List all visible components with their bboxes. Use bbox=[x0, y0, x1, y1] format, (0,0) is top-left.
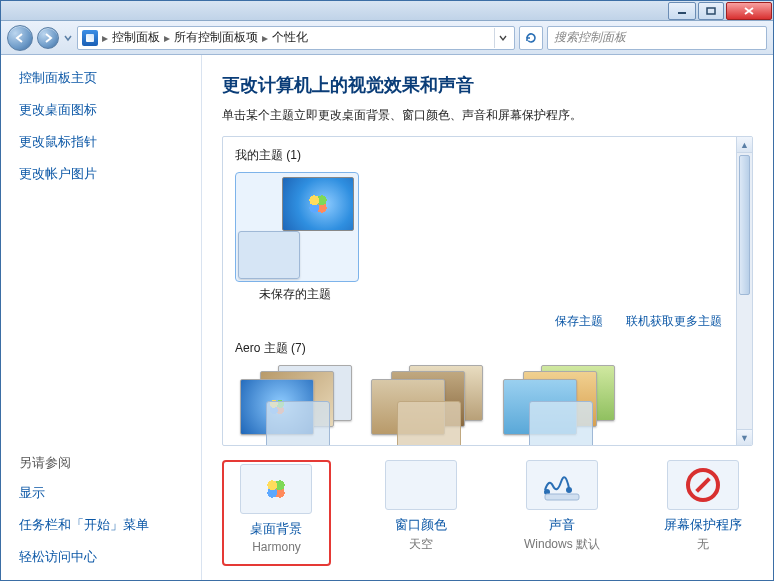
search-placeholder: 搜索控制面板 bbox=[554, 29, 626, 46]
theme-thumb bbox=[371, 365, 481, 446]
none-icon bbox=[686, 468, 720, 502]
arrow-right-icon bbox=[43, 33, 53, 43]
svg-point-3 bbox=[566, 487, 572, 493]
scroll-up-button[interactable]: ▲ bbox=[737, 137, 752, 153]
my-themes-label: 我的主题 (1) bbox=[235, 147, 740, 164]
aero-themes-label: Aero 主题 (7) bbox=[235, 340, 740, 357]
tile-sub: Harmony bbox=[224, 540, 329, 554]
breadcrumb-sep: ▸ bbox=[262, 31, 268, 45]
tile-title: 窗口颜色 bbox=[371, 516, 472, 534]
tile-screen-saver[interactable]: 屏幕保护程序 无 bbox=[652, 460, 753, 566]
close-button[interactable] bbox=[726, 2, 772, 20]
tile-window-color[interactable]: 窗口颜色 天空 bbox=[371, 460, 472, 566]
sidebar-link-mouse-pointers[interactable]: 更改鼠标指针 bbox=[19, 133, 201, 151]
search-input[interactable]: 搜索控制面板 bbox=[547, 26, 767, 50]
sidebar-link-display[interactable]: 显示 bbox=[19, 484, 201, 502]
sidebar-link-account-picture[interactable]: 更改帐户图片 bbox=[19, 165, 201, 183]
sidebar-link-ease-of-access[interactable]: 轻松访问中心 bbox=[19, 548, 201, 566]
themes-scrollbar[interactable]: ▲ ▼ bbox=[736, 137, 752, 445]
tile-sounds[interactable]: 声音 Windows 默认 bbox=[512, 460, 613, 566]
theme-unsaved[interactable]: 未保存的主题 bbox=[235, 172, 355, 303]
theme-thumb bbox=[503, 365, 613, 446]
window-titlebar bbox=[1, 1, 773, 21]
sounds-icon bbox=[526, 460, 598, 510]
breadcrumb-seg-2[interactable]: 所有控制面板项 bbox=[174, 29, 258, 46]
sidebar-link-cp-home[interactable]: 控制面板主页 bbox=[19, 69, 201, 87]
maximize-icon bbox=[706, 7, 716, 15]
breadcrumb-sep: ▸ bbox=[164, 31, 170, 45]
breadcrumb-seg-1[interactable]: 控制面板 bbox=[112, 29, 160, 46]
page-title: 更改计算机上的视觉效果和声音 bbox=[222, 73, 753, 97]
get-more-themes-link[interactable]: 联机获取更多主题 bbox=[626, 314, 722, 328]
sidebar-link-taskbar-start[interactable]: 任务栏和「开始」菜单 bbox=[19, 516, 201, 534]
sidebar-see-also-heading: 另请参阅 bbox=[19, 454, 201, 472]
tile-title: 桌面背景 bbox=[224, 520, 329, 538]
wallpaper-icon bbox=[282, 177, 354, 231]
content-area: 更改计算机上的视觉效果和声音 单击某个主题立即更改桌面背景、窗口颜色、声音和屏幕… bbox=[202, 55, 773, 580]
breadcrumb-sep: ▸ bbox=[102, 31, 108, 45]
desktop-background-icon bbox=[240, 464, 312, 514]
sidebar: 控制面板主页 更改桌面图标 更改鼠标指针 更改帐户图片 另请参阅 显示 任务栏和… bbox=[1, 55, 201, 580]
tile-desktop-background[interactable]: 桌面背景 Harmony bbox=[222, 460, 331, 566]
close-icon bbox=[744, 7, 754, 15]
scroll-down-button[interactable]: ▼ bbox=[737, 429, 752, 445]
page-subtitle: 单击某个主题立即更改桌面背景、窗口颜色、声音和屏幕保护程序。 bbox=[222, 107, 753, 124]
sidebar-link-desktop-icons[interactable]: 更改桌面图标 bbox=[19, 101, 201, 119]
theme-caption: 未保存的主题 bbox=[235, 286, 355, 303]
history-dropdown-icon[interactable] bbox=[63, 31, 73, 45]
themes-panel: ▲ ▼ 我的主题 (1) 未保存的主题 保存主题 联机获取更多主题 Aero 主… bbox=[222, 136, 753, 446]
breadcrumb-seg-3[interactable]: 个性化 bbox=[272, 29, 308, 46]
address-bar[interactable]: ▸ 控制面板 ▸ 所有控制面板项 ▸ 个性化 bbox=[77, 26, 515, 50]
tile-sub: 无 bbox=[652, 536, 753, 553]
explorer-toolbar: ▸ 控制面板 ▸ 所有控制面板项 ▸ 个性化 搜索控制面板 bbox=[1, 21, 773, 55]
tile-sub: 天空 bbox=[371, 536, 472, 553]
save-theme-link[interactable]: 保存主题 bbox=[555, 314, 603, 328]
refresh-icon bbox=[524, 31, 538, 45]
tile-sub: Windows 默认 bbox=[512, 536, 613, 553]
svg-rect-0 bbox=[678, 12, 686, 14]
theme-windows7[interactable]: Windows 7 bbox=[235, 365, 355, 446]
tile-title: 声音 bbox=[512, 516, 613, 534]
scroll-thumb[interactable] bbox=[739, 155, 750, 295]
window-color-icon bbox=[385, 460, 457, 510]
maximize-button[interactable] bbox=[698, 2, 724, 20]
aero-glass-icon bbox=[238, 231, 300, 279]
back-button[interactable] bbox=[7, 25, 33, 51]
theme-architecture[interactable]: 建筑 bbox=[366, 365, 486, 446]
svg-rect-1 bbox=[707, 8, 715, 14]
chevron-down-icon bbox=[499, 34, 507, 42]
address-dropdown[interactable] bbox=[494, 28, 510, 48]
tile-title: 屏幕保护程序 bbox=[652, 516, 753, 534]
theme-characters[interactable]: 人物 bbox=[498, 365, 618, 446]
minimize-button[interactable] bbox=[668, 2, 696, 20]
minimize-icon bbox=[677, 7, 687, 15]
personalization-tiles: 桌面背景 Harmony 窗口颜色 天空 声音 Windows bbox=[222, 460, 753, 566]
screen-saver-icon bbox=[667, 460, 739, 510]
control-panel-icon bbox=[82, 30, 98, 46]
forward-button[interactable] bbox=[37, 27, 59, 49]
arrow-left-icon bbox=[14, 32, 26, 44]
svg-rect-4 bbox=[545, 494, 579, 500]
theme-thumb bbox=[235, 172, 359, 282]
refresh-button[interactable] bbox=[519, 26, 543, 50]
theme-thumb bbox=[240, 365, 350, 446]
